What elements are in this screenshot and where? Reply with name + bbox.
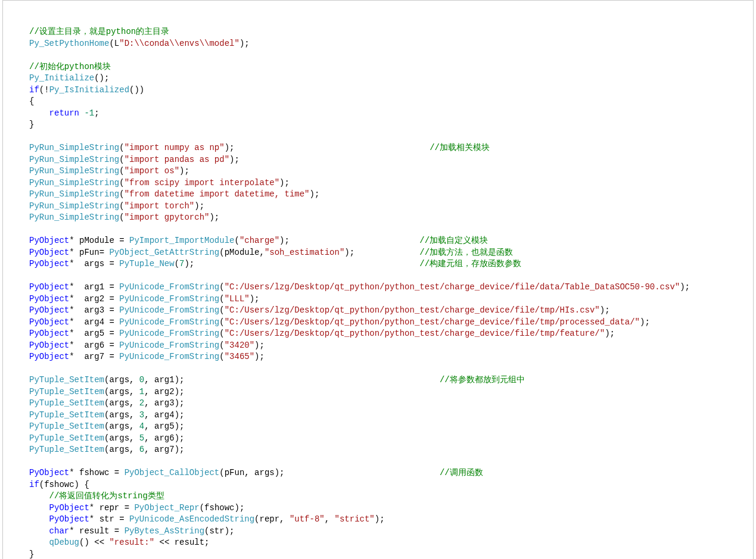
token: PyTuple_New (119, 259, 174, 268)
code-line: { (29, 96, 753, 108)
code-block: //设置主目录，就是python的主目录Py_SetPythonHome(L"D… (2, 0, 754, 559)
token: Py_Initialize (29, 73, 94, 83)
token: "C:/Users/lzg/Desktop/qt_python/python_t… (225, 282, 680, 292)
token: PyObject (29, 352, 69, 361)
token: () << (79, 538, 109, 547)
code-line: return -1; (29, 108, 753, 120)
token: ); (239, 39, 250, 48)
token: PyUnicode_FromString (119, 329, 219, 338)
token: (args, (104, 387, 139, 396)
token: ); (194, 201, 204, 211)
token: ); (254, 352, 265, 361)
token: (args, (104, 375, 139, 385)
trailing-comment: //将参数都放到元组中 (440, 375, 525, 385)
token: ( (119, 201, 124, 211)
token: ); (229, 155, 239, 164)
token: { (29, 96, 34, 106)
token: "charge" (239, 236, 279, 245)
code-line: PyObject* arg3 = PyUnicode_FromString("C… (29, 305, 753, 317)
token: PyUnicode_AsEncodedString (129, 514, 254, 524)
token: (L (109, 39, 119, 48)
token: //设置主目录，就是python的主目录 (29, 27, 169, 36)
token: * result = (69, 526, 124, 536)
token: 2 (139, 398, 144, 408)
token: ( (119, 213, 124, 222)
token: * repr = (89, 503, 135, 513)
token: PyUnicode_FromString (119, 341, 219, 350)
token: , arg3); (144, 398, 184, 408)
code-line: PyTuple_SetItem(args, 3, arg4); (29, 410, 753, 421)
token: PyRun_SimpleString (29, 166, 119, 176)
code-line: } (29, 549, 753, 560)
token: "3420" (225, 341, 254, 350)
code-line: PyObject* arg6 = PyUnicode_FromString("3… (29, 340, 753, 352)
code-line: PyObject* arg4 = PyUnicode_FromString("C… (29, 317, 753, 329)
code-line: PyTuple_SetItem(args, 1, arg2); (29, 386, 753, 398)
token: * arg3 = (69, 305, 119, 315)
token: "strict" (335, 514, 375, 524)
token: * arg2 = (69, 294, 119, 304)
token: << result; (154, 538, 209, 547)
token: * arg6 = (69, 341, 119, 350)
token: ; (94, 108, 99, 118)
token: Py_SetPythonHome (29, 39, 109, 48)
token: "result:" (109, 538, 154, 547)
token: ( (219, 329, 224, 338)
token: PyRun_SimpleString (29, 155, 119, 164)
token: //初始化python模块 (29, 62, 111, 71)
token: PyRun_SimpleString (29, 178, 119, 188)
token: , (325, 514, 335, 524)
token: ); (209, 213, 219, 222)
token: PyUnicode_FromString (119, 305, 219, 315)
code-line: PyRun_SimpleString("import pandas as pd"… (29, 154, 753, 166)
token: ( (119, 143, 124, 152)
code-line: PyRun_SimpleString("from scipy import in… (29, 177, 753, 189)
token: PyTuple_SetItem (29, 375, 104, 385)
code-line: PyRun_SimpleString("import numpy as np")… (29, 142, 753, 154)
token: ( (219, 305, 224, 315)
token: * pFun= (69, 248, 109, 257)
token: PyRun_SimpleString (29, 213, 119, 222)
token: PyObject (49, 503, 89, 513)
token: 1 (139, 387, 144, 396)
code-line (29, 131, 753, 143)
token: ); (640, 317, 650, 327)
token: * arg5 = (69, 329, 119, 338)
token: "soh_estimation" (265, 248, 344, 257)
token: PyUnicode_FromString (119, 317, 219, 327)
token: } (29, 549, 34, 559)
token: PyTuple_SetItem (29, 445, 104, 454)
token: PyUnicode_FromString (119, 352, 219, 361)
token: "import gpytorch" (125, 213, 210, 222)
code-line: //设置主目录，就是python的主目录 (29, 26, 753, 38)
token: (args, (104, 410, 139, 420)
code-line: PyRun_SimpleString("import torch"); (29, 201, 753, 213)
code-line: } (29, 119, 753, 131)
token: "D:\\conda\\envs\\model" (119, 39, 239, 48)
token: ); (184, 259, 194, 268)
code-line: PyObject* arg7 = PyUnicode_FromString("3… (29, 351, 753, 363)
code-line: PyTuple_SetItem(args, 4, arg5); (29, 421, 753, 433)
code-line: PyTuple_SetItem(args, 0, arg1); //将参数都放到… (29, 374, 753, 386)
code-line: PyObject* arg1 = PyUnicode_FromString("C… (29, 282, 753, 293)
token: ); (344, 248, 354, 257)
token: "C:/Users/lzg/Desktop/qt_python/python_t… (225, 329, 605, 338)
token: "import torch" (125, 201, 195, 211)
code-line: PyTuple_SetItem(args, 2, arg3); (29, 398, 753, 410)
token: (pFun, args); (219, 468, 284, 477)
token: ( (219, 282, 224, 292)
token: PyObject (29, 341, 69, 350)
code-line: PyObject* str = PyUnicode_AsEncodedStrin… (29, 514, 753, 526)
token: PyObject (29, 236, 69, 245)
token: PyBytes_AsString (125, 526, 204, 536)
token: , arg5); (144, 421, 184, 431)
code-line: if(fshowc) { (29, 479, 753, 491)
token: ); (279, 236, 290, 245)
token: * arg7 = (69, 352, 119, 361)
token: ( (234, 236, 239, 245)
token: ( (219, 294, 224, 304)
token: PyTuple_SetItem (29, 398, 104, 408)
token: , arg6); (144, 433, 184, 443)
token: ( (119, 166, 124, 176)
token: Py_IsInitialized (49, 85, 129, 95)
